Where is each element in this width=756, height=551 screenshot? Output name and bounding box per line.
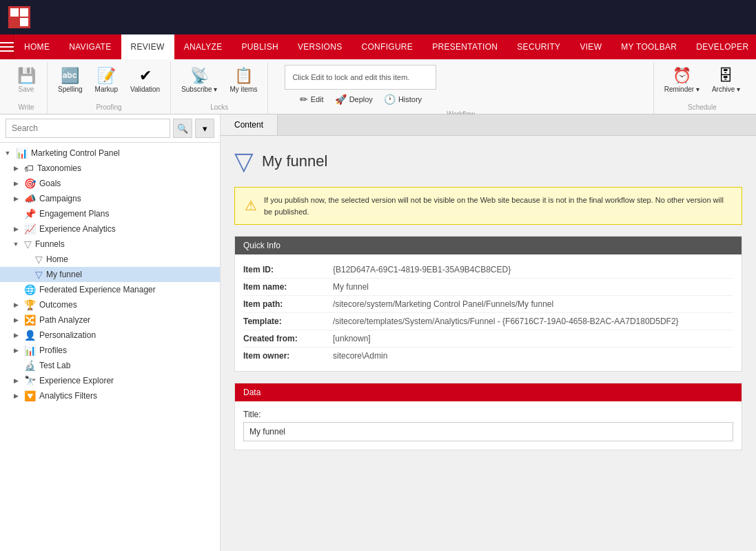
search-dropdown-button[interactable]: ▾ [195, 119, 214, 138]
proofing-group-label: Proofing [53, 102, 165, 114]
tree-item-marketing-control-panel[interactable]: ▼ 📊 Marketing Control Panel [0, 146, 220, 161]
data-section-header: Data [235, 383, 742, 401]
engagement-plans-icon: 📌 [24, 208, 36, 219]
menu-item-navigate[interactable]: NAVIGATE [59, 34, 121, 59]
spelling-label: Spelling [58, 86, 83, 93]
tree-label: Profiles [39, 345, 67, 355]
tree-item-experience-analytics[interactable]: ▶ 📈 Experience Analytics [0, 221, 220, 237]
funnels-icon: ▽ [24, 239, 32, 250]
item-name-value: My funnel [333, 282, 369, 292]
menu-item-configure[interactable]: CONFIGURE [351, 34, 422, 59]
hamburger-button[interactable] [0, 34, 14, 59]
workflow-actions: ✏ Edit 🚀 Deploy 🕐 History [297, 92, 425, 106]
ribbon-group-locks: 📡 Subscribe ▾ 📋 My items Locks [171, 62, 268, 114]
locks-group-label: Locks [176, 102, 262, 114]
quick-info-header: Quick Info [235, 237, 742, 254]
menu-item-presentation[interactable]: PRESENTATION [422, 34, 507, 59]
tree-item-profiles[interactable]: ▶ 📊 Profiles [0, 343, 220, 358]
tree-item-taxonomies[interactable]: ▶ 🏷 Taxonomies [0, 161, 220, 176]
subscribe-label: Subscribe ▾ [181, 86, 217, 93]
tree-item-personalization[interactable]: ▶ 👤 Personalization [0, 328, 220, 343]
menu-item-developer[interactable]: DEVELOPER [686, 34, 756, 59]
ribbon-group-proofing: 🔤 Spelling 📝 Markup ✔ Validation Proofin… [48, 62, 171, 114]
deploy-button[interactable]: 🚀 Deploy [332, 92, 376, 106]
workflow-section: Click Edit to lock and edit this item. ✏… [274, 62, 447, 109]
spelling-button[interactable]: 🔤 Spelling [53, 65, 88, 97]
main-layout: 🔍 ▾ ▼ 📊 Marketing Control Panel ▶ 🏷 Taxo… [0, 114, 756, 551]
subscribe-button[interactable]: 📡 Subscribe ▾ [176, 65, 222, 97]
profiles-icon: 📊 [24, 345, 36, 356]
tree-expand-icon: ▼ [11, 239, 21, 249]
spelling-icon: 🔤 [61, 68, 79, 83]
ribbon-group-write: 💾 Save Write [6, 62, 48, 114]
tree-label: Taxonomies [37, 163, 81, 173]
markup-button[interactable]: 📝 Markup [90, 65, 123, 97]
save-button[interactable]: 💾 Save [11, 65, 41, 97]
tree-expand-icon: ▶ [11, 179, 21, 188]
menu-item-analyze[interactable]: ANALYZE [174, 34, 232, 59]
path-analyzer-icon: 🔀 [24, 314, 36, 325]
tree-label: Test Lab [39, 361, 70, 370]
tree-expand-icon: ▶ [11, 194, 21, 203]
logo-cell [10, 8, 19, 17]
menu-item-my-toolbar[interactable]: MY TOOLBAR [611, 34, 686, 59]
menu-item-security[interactable]: SECURITY [507, 34, 570, 59]
reminder-button[interactable]: ⏰ Reminder ▾ [660, 65, 704, 97]
tree-expand-icon: ▶ [11, 391, 21, 401]
tree-item-analytics-filters[interactable]: ▶ 🔽 Analytics Filters [0, 388, 220, 403]
menu-item-view[interactable]: VIEW [570, 34, 611, 59]
tree-item-funnels[interactable]: ▼ ▽ Funnels [0, 237, 220, 252]
tree-item-outcomes[interactable]: ▶ 🏆 Outcomes [0, 297, 220, 312]
chevron-down-icon: ▾ [203, 123, 207, 134]
edit-button[interactable]: ✏ Edit [297, 92, 327, 106]
tree-item-goals[interactable]: ▶ 🎯 Goals [0, 176, 220, 191]
warning-text: If you publish now, the selected version… [264, 194, 732, 217]
item-path-value: /sitecore/system/Marketing Control Panel… [333, 299, 553, 309]
item-id-value: {B12D647A-69C1-4819-9EB1-35A9B4CB8CED} [333, 265, 511, 274]
tree-item-my-funnel[interactable]: ▽ My funnel [0, 267, 220, 282]
write-group-label: Write [11, 102, 41, 114]
menu-bar: HOME NAVIGATE REVIEW ANALYZE PUBLISH VER… [0, 34, 756, 59]
title-field-label: Title: [243, 410, 733, 419]
my-items-label: My items [229, 86, 257, 93]
home-funnel-icon: ▽ [35, 254, 43, 265]
tree-item-home-funnel[interactable]: ▽ Home [0, 252, 220, 267]
save-label: Save [19, 86, 34, 93]
tree-item-experience-explorer[interactable]: ▶ 🔭 Experience Explorer [0, 373, 220, 388]
tree-item-engagement-plans[interactable]: 📌 Engagement Plans [0, 206, 220, 221]
tree-label: Experience Explorer [39, 376, 114, 385]
validation-button[interactable]: ✔ Validation [125, 65, 165, 97]
item-owner-value: sitecore\Admin [333, 351, 387, 361]
workflow-message: Click Edit to lock and edit this item. [285, 65, 436, 90]
ribbon-locks-buttons: 📡 Subscribe ▾ 📋 My items [176, 62, 262, 102]
menu-item-versions[interactable]: VERSIONS [288, 34, 351, 59]
tree-item-path-analyzer[interactable]: ▶ 🔀 Path Analyzer [0, 312, 220, 328]
tree-expand-icon: ▼ [3, 148, 12, 158]
deploy-label: Deploy [349, 95, 373, 103]
tab-content[interactable]: Content [221, 114, 278, 135]
tree-item-federated-exp[interactable]: 🌐 Federated Experience Manager [0, 282, 220, 297]
sidebar: 🔍 ▾ ▼ 📊 Marketing Control Panel ▶ 🏷 Taxo… [0, 114, 221, 551]
save-icon: 💾 [17, 68, 36, 83]
menu-item-publish[interactable]: PUBLISH [232, 34, 288, 59]
item-header: ▽ My funnel [234, 147, 742, 176]
archive-button[interactable]: 🗄 Archive ▾ [707, 65, 745, 97]
ribbon-group-schedule: ⏰ Reminder ▾ 🗄 Archive ▾ Schedule [654, 62, 750, 114]
tree-item-test-lab[interactable]: 🔬 Test Lab [0, 358, 220, 373]
tree-label: Goals [39, 179, 61, 188]
logo-icon [8, 6, 30, 28]
quick-info-table: Item ID: {B12D647A-69C1-4819-9EB1-35A9B4… [235, 254, 742, 371]
logo-bar [0, 0, 756, 34]
experience-analytics-icon: 📈 [24, 223, 36, 234]
search-submit-button[interactable]: 🔍 [173, 119, 192, 138]
menu-item-review[interactable]: REVIEW [121, 34, 174, 59]
history-button[interactable]: 🕐 History [381, 92, 425, 106]
title-field-input[interactable] [243, 422, 733, 441]
tree-item-campaigns[interactable]: ▶ 📣 Campaigns [0, 191, 220, 206]
content-area: Content ▽ My funnel ⚠ If you publish now… [221, 114, 756, 551]
menu-item-home[interactable]: HOME [14, 34, 59, 59]
search-input[interactable] [6, 119, 170, 138]
my-items-button[interactable]: 📋 My items [225, 65, 262, 97]
tree-label: Engagement Plans [39, 209, 109, 219]
logo-cell [20, 18, 28, 26]
